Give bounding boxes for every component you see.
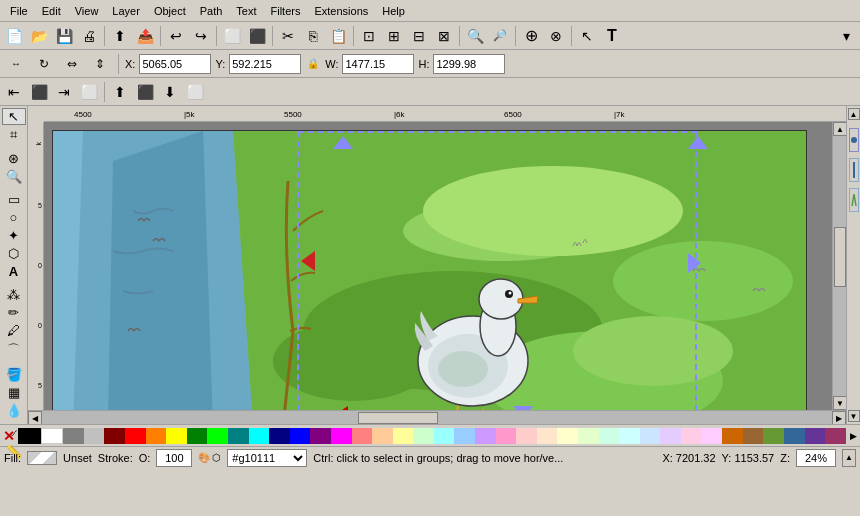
swatch-pink2[interactable] [681,428,702,444]
save-button[interactable]: 💾 [52,24,76,48]
import-button[interactable]: ⬆ [108,24,132,48]
snap-tool-2[interactable] [849,158,859,182]
flip-h-button[interactable]: ⇔ [60,52,84,76]
swatch-lavender[interactable] [475,428,496,444]
tweak-tool[interactable]: ⊛ [2,150,26,167]
paint-bucket-tool[interactable]: 🪣 [2,366,26,383]
swatch-magenta[interactable] [331,428,352,444]
menu-file[interactable]: File [4,3,34,19]
toolbar-more-button[interactable]: ▾ [834,24,858,48]
open-button[interactable]: 📂 [27,24,51,48]
node-tool[interactable]: ⌗ [2,126,26,144]
copy-button[interactable]: ⎘ [301,24,325,48]
zoom-out-button[interactable]: 🔎 [488,24,512,48]
swatch-yellow[interactable] [166,428,187,444]
zoom-fit-button[interactable]: ⊡ [357,24,381,48]
calligraphy-tool[interactable]: ⌒ [2,340,26,360]
object-icon[interactable]: ⬡ [212,452,221,463]
swatch-maroon2[interactable] [825,428,846,444]
align-top-button[interactable]: ⬆ [108,80,132,104]
swatch-skyblue[interactable] [640,428,661,444]
h-input[interactable] [433,54,505,74]
align-right-button[interactable]: ⇥ [52,80,76,104]
align-center-h-button[interactable]: ⬛ [27,80,51,104]
swatch-darkred[interactable] [104,428,125,444]
fill-swatch[interactable] [27,451,57,465]
pen-tool[interactable]: 🖊 [2,322,26,339]
menu-layer[interactable]: Layer [106,3,146,19]
snap2-button[interactable]: ⊗ [544,24,568,48]
snap-button[interactable]: ⊕ [519,24,543,48]
swatch-brown[interactable] [722,428,743,444]
swatch-teal[interactable] [228,428,249,444]
menu-filters[interactable]: Filters [265,3,307,19]
spray-tool[interactable]: ⁂ [2,286,26,303]
zoom-prev-button[interactable]: ⊠ [432,24,456,48]
select-tool[interactable]: ↖ [2,108,26,125]
pencil-tool[interactable]: ✏ [2,304,26,321]
star-tool[interactable]: ✦ [2,227,26,244]
zoom-in-button[interactable]: 🔍 [463,24,487,48]
cut-button[interactable]: ✂ [276,24,300,48]
swatch-ltyellow[interactable] [393,428,414,444]
swatch-ltgreen[interactable] [413,428,434,444]
swatch-ltcyan[interactable] [434,428,455,444]
cursor-button[interactable]: ↖ [575,24,599,48]
swatch-cream[interactable] [557,428,578,444]
swatch-skin[interactable] [537,428,558,444]
swatch-orange[interactable] [146,428,167,444]
paste-style-button[interactable]: ⬛ [245,24,269,48]
rotate-cw-button[interactable]: ↻ [32,52,56,76]
y-input[interactable] [229,54,301,74]
lock-icon[interactable]: 🔒 [305,56,321,72]
menu-text[interactable]: Text [230,3,262,19]
opacity-input[interactable] [156,449,192,467]
zoom-tool[interactable]: 🔍 [2,168,26,185]
swatch-rose[interactable] [496,428,517,444]
paste-button[interactable]: 📋 [326,24,350,48]
menu-edit[interactable]: Edit [36,3,67,19]
hscroll-right-button[interactable]: ▶ [832,411,846,424]
canvas-viewport[interactable] [44,122,832,410]
dropper-tool[interactable]: 💧 [2,402,26,419]
vscroll-down-button[interactable]: ▼ [833,396,846,410]
gradient-tool[interactable]: ▦ [2,384,26,401]
swatch-ltblue[interactable] [454,428,475,444]
swatch-black[interactable] [18,428,41,444]
swatch-aqua[interactable] [599,428,620,444]
redo-button[interactable]: ↪ [189,24,213,48]
fill-icon[interactable]: 🎨 [198,452,210,463]
align-justify-button[interactable]: ⬜ [77,80,101,104]
palette-scroll-right[interactable]: ▶ [846,431,860,441]
swatch-mintcream[interactable] [578,428,599,444]
color-x-button[interactable]: ✕ [0,427,18,445]
vscroll-thumb[interactable] [834,227,846,287]
new-button[interactable]: 📄 [2,24,26,48]
swatch-olive[interactable] [763,428,784,444]
undo-button[interactable]: ↩ [164,24,188,48]
swatch-pink1[interactable] [352,428,373,444]
3dbox-tool[interactable]: ⬡ [2,245,26,262]
hscroll-track[interactable] [42,411,832,424]
vscroll-up-button[interactable]: ▲ [833,122,846,136]
align-distribute-button[interactable]: ⬜ [183,80,207,104]
snap-tool-1[interactable] [849,128,859,152]
text-tool[interactable]: A [2,263,26,280]
swatch-peach[interactable] [372,428,393,444]
swatch-iceblue[interactable] [619,428,640,444]
w-input[interactable] [342,54,414,74]
swatch-salmon[interactable] [516,428,537,444]
swatch-cyan[interactable] [249,428,270,444]
menu-object[interactable]: Object [148,3,192,19]
swatch-navy[interactable] [269,428,290,444]
snap-top-button[interactable]: ▲ [848,108,860,120]
hscroll-left-button[interactable]: ◀ [28,411,42,424]
swatch-green[interactable] [207,428,228,444]
swatch-white[interactable] [41,428,64,444]
snap-bottom-button[interactable]: ▼ [848,410,860,422]
zoom-up-button[interactable]: ▲ [842,449,856,467]
copy-style-button[interactable]: ⬜ [220,24,244,48]
swatch-lilac[interactable] [660,428,681,444]
vscroll-track[interactable] [833,136,846,396]
transform-button[interactable]: ↔ [4,52,28,76]
